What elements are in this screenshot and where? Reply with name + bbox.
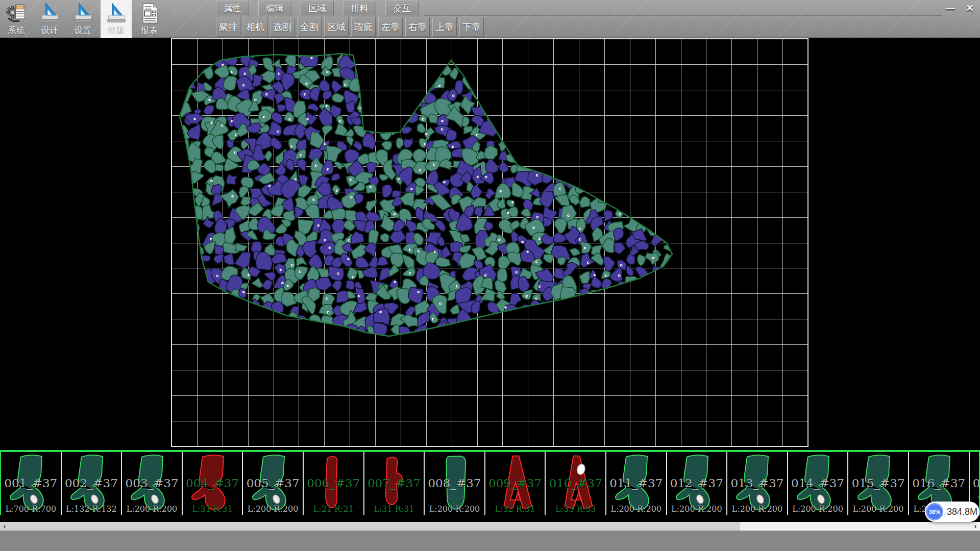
piece-lr-label: L:200 R:200 <box>788 504 848 514</box>
thumbnail-cell[interactable]: 004_#37L:31 R:31 <box>183 452 243 515</box>
close-button[interactable]: ✕ <box>962 2 978 15</box>
piece-lr-label: L:32 R:31 <box>485 504 545 514</box>
piece-id-label: 008_#37 <box>425 477 484 490</box>
menu-tab-1[interactable]: 属性 <box>216 1 249 15</box>
piece-lr-label: L:31 R:31 <box>364 504 424 514</box>
toolbar-item-label: 设计 <box>34 26 65 36</box>
piece-lr-label: L:33 R:33 <box>546 504 605 514</box>
piece-lr-label: L:200 R:200 <box>243 504 303 514</box>
piece-lr-label: L:700 R:700 <box>1 504 61 514</box>
toolbar-item-report[interactable]: 报表 <box>134 0 165 38</box>
piece-id-label: 004_#37 <box>183 477 242 490</box>
toolbar-item-label: 排版 <box>101 26 132 36</box>
minimize-button[interactable]: — <box>942 2 959 15</box>
toolbar-item-label: 系统 <box>1 26 32 36</box>
scroll-right-icon[interactable]: › <box>971 522 980 531</box>
thumbnail-strip: 001_#37L:700 R:700002_#37L:132 R:132003_… <box>0 450 980 515</box>
thumbnail-cell[interactable]: 008_#37L:200 R:200 <box>425 452 485 515</box>
thumbnail-cell[interactable]: 013_#37L:200 R:200 <box>727 452 788 515</box>
design-ruler-icon <box>39 2 61 25</box>
scroll-left-icon[interactable]: ‹ <box>0 522 9 531</box>
action-button-2[interactable]: 相机 <box>243 17 267 37</box>
action-button-9[interactable]: 上靠 <box>432 17 457 37</box>
piece-id-label: 017_#37 <box>970 477 980 490</box>
piece-id-label: 005_#37 <box>243 477 303 490</box>
settings-ruler-icon <box>72 2 94 25</box>
piece-id-label: 009_#37 <box>485 477 545 490</box>
piece-id-label: 016_#37 <box>909 477 969 490</box>
toolbar-item-settings[interactable]: 设置 <box>67 0 99 38</box>
piece-id-label: 003_#37 <box>122 477 182 490</box>
progress-circle: 38% <box>926 503 943 520</box>
thumbnail-cell[interactable]: 011_#37L:200 R:200 <box>606 452 667 515</box>
download-progress[interactable]: 38% 384.8M <box>925 502 979 522</box>
thumbnail-cell[interactable]: 009_#37L:32 R:31 <box>485 452 546 515</box>
toolbar-groove <box>424 15 942 16</box>
system-gear-icon <box>6 2 28 25</box>
menu-tab-4[interactable]: 排料 <box>343 1 376 15</box>
thumbnail-cell[interactable]: 001_#37L:700 R:700 <box>1 452 62 515</box>
thumbnail-cell[interactable]: 003_#37L:200 R:200 <box>122 452 183 515</box>
piece-id-label: 012_#37 <box>667 477 727 490</box>
piece-id-label: 001_#37 <box>1 477 61 490</box>
piece-lr-label: L:200 R:200 <box>122 504 182 514</box>
thumbnail-cell[interactable]: 015_#37L:200 R:200 <box>848 452 909 515</box>
toolbar-item-layout[interactable]: 排版 <box>101 0 132 38</box>
nesting-canvas[interactable] <box>0 38 980 450</box>
piece-id-label: 002_#37 <box>62 477 121 490</box>
piece-lr-label: L:31 R:31 <box>183 504 242 514</box>
action-button-1[interactable]: 聚排 <box>216 17 240 37</box>
thumbnail-cell[interactable]: 007_#37L:31 R:31 <box>364 452 425 515</box>
thumbnail-cell[interactable]: 014_#37L:200 R:200 <box>788 452 849 515</box>
toolbar-item-label: 报表 <box>134 26 165 36</box>
piece-lr-label: L:21 R:21 <box>304 504 363 514</box>
piece-id-label: 015_#37 <box>848 477 908 490</box>
menu-tab-5[interactable]: 交互 <box>385 1 419 15</box>
thumbnail-cell[interactable]: 006_#37L:21 R:21 <box>304 452 364 515</box>
piece-id-label: 011_#37 <box>606 477 666 490</box>
thumbnail-cell[interactable]: 010_#37L:33 R:33 <box>546 452 606 515</box>
piece-lr-label: L:200 R:200 <box>848 504 908 514</box>
action-button-10[interactable]: 下靠 <box>459 17 484 37</box>
toolbar-item-label: 设置 <box>67 26 99 36</box>
piece-id-label: 013_#37 <box>727 477 787 490</box>
window-controls: — ✕ <box>942 2 978 15</box>
menu-tab-2[interactable]: 编辑 <box>258 1 291 15</box>
scrollbar-thumb[interactable] <box>9 522 740 531</box>
progress-size-label: 384.8M <box>947 507 977 517</box>
action-button-row: 聚排相机选割全割区域瑕疵左靠右靠上靠下靠 <box>216 17 484 37</box>
status-bar <box>0 531 980 551</box>
piece-id-label: 010_#37 <box>546 477 605 490</box>
piece-lr-label: L:200 R:200 <box>667 504 727 514</box>
action-button-3[interactable]: 选割 <box>270 17 295 37</box>
action-button-7[interactable]: 左靠 <box>378 17 403 37</box>
report-document-icon <box>138 2 161 25</box>
layout-ruler-icon <box>105 2 128 25</box>
piece-lr-label: L:200 R:200 <box>425 504 484 514</box>
menu-tab-3[interactable]: 区域 <box>301 1 334 15</box>
action-button-8[interactable]: 右靠 <box>405 17 430 37</box>
toolbar-item-system[interactable]: 系统 <box>1 0 32 38</box>
piece-id-label: 006_#37 <box>304 477 363 490</box>
piece-lr-label: L:132 R:132 <box>62 504 121 514</box>
thumbnail-cell[interactable]: 005_#37L:200 R:200 <box>243 452 304 515</box>
main-toolbar: 系统 设计 设置 排版 <box>0 0 980 38</box>
thumbnail-cell[interactable]: 002_#37L:132 R:132 <box>62 452 122 515</box>
piece-lr-label: L:200 R:200 <box>606 504 666 514</box>
action-button-5[interactable]: 区域 <box>324 17 349 37</box>
action-button-6[interactable]: 瑕疵 <box>351 17 376 37</box>
piece-id-label: 014_#37 <box>788 477 848 490</box>
piece-lr-label: L:200 R:200 <box>727 504 787 514</box>
thumbnail-cell[interactable]: 012_#37L:200 R:200 <box>667 452 728 515</box>
action-button-4[interactable]: 全割 <box>297 17 322 37</box>
toolbar-item-design[interactable]: 设计 <box>34 0 65 38</box>
piece-id-label: 007_#37 <box>364 477 424 490</box>
menu-tab-row: 属性编辑区域排料交互 <box>216 1 419 16</box>
horizontal-scrollbar[interactable]: ‹ › <box>0 522 980 531</box>
